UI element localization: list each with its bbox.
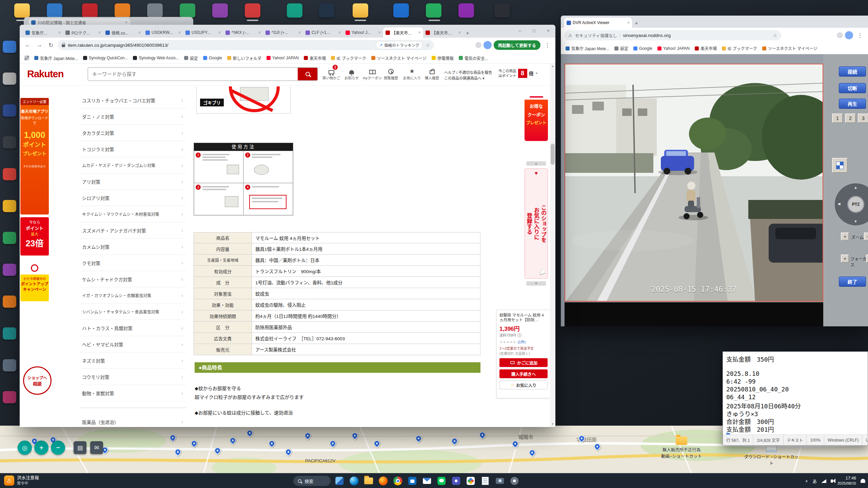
status-zoom[interactable]: 100% bbox=[806, 435, 824, 445]
ptz-left-icon[interactable]: ◀ bbox=[837, 202, 840, 206]
chrome-icon[interactable] bbox=[392, 475, 403, 487]
tab-close-icon[interactable]: × bbox=[458, 30, 461, 35]
shipping-help-icon[interactable]: ? bbox=[517, 333, 521, 337]
review-count-link[interactable]: (1件) bbox=[518, 340, 526, 344]
maximize-button[interactable]: □ bbox=[527, 25, 541, 36]
sidebar-item[interactable]: タカラダニ対策› bbox=[80, 125, 186, 141]
desktop-icon[interactable] bbox=[180, 3, 195, 18]
browser-tab[interactable]: ^DJI (+...× bbox=[263, 27, 303, 38]
price-tracking-chip[interactable]: ↗価格のトラッキング bbox=[376, 41, 423, 49]
menu-kebab-icon[interactable]: ⋮ bbox=[542, 42, 552, 49]
shortcut-unmanned-video[interactable]: 無人販売所不正行為 動画−ショートカット bbox=[654, 436, 709, 459]
zoom-out-button[interactable]: − bbox=[864, 232, 868, 241]
purchase-history-nav[interactable]: 購入履歴 bbox=[421, 67, 442, 80]
bookmark-item[interactable]: Synology QuickCon... bbox=[83, 56, 128, 60]
tab-close-icon[interactable]: × bbox=[627, 20, 630, 25]
clock[interactable]: 17:46 2025/08/15 bbox=[837, 476, 856, 486]
sidebar-item[interactable]: 動物・害獣対策› bbox=[80, 385, 186, 401]
banner-collapse-down[interactable]: ▾ bbox=[526, 281, 546, 286]
sidebar-item[interactable]: コウモリ対策› bbox=[80, 369, 186, 385]
bookmark-item[interactable]: Yahoo! JAPAN bbox=[657, 46, 690, 51]
desktop-icon[interactable] bbox=[287, 3, 302, 18]
bookmark-item[interactable]: 停電情報 bbox=[432, 55, 454, 61]
desktop-icon[interactable] bbox=[3, 327, 16, 340]
store-icon[interactable] bbox=[407, 475, 418, 487]
map-zoom-in-button[interactable]: + bbox=[34, 441, 48, 455]
checkout-button[interactable]: 購入手続きへ bbox=[499, 369, 548, 378]
tab-close-icon[interactable]: × bbox=[378, 30, 381, 35]
focus-out-button[interactable]: − bbox=[866, 255, 868, 263]
url-bar[interactable]: item.rakuten.co.jp/campaign365/490108003… bbox=[58, 40, 434, 50]
favorite-button[interactable]: ☆お気に入り bbox=[499, 381, 548, 389]
desktop-icon[interactable] bbox=[3, 232, 16, 244]
back-icon[interactable]: ← bbox=[23, 42, 33, 48]
history-nav[interactable]: 閲覧履歴 bbox=[380, 67, 401, 80]
ptz-control[interactable]: ▲ ▼ ◀ ▶ PTZ bbox=[835, 183, 868, 225]
tab-close-icon[interactable]: × bbox=[58, 30, 61, 35]
bookmark-item[interactable]: 設定 bbox=[614, 45, 628, 51]
browser-tab[interactable]: PC/テク...× bbox=[63, 27, 103, 38]
map-locate-button[interactable]: ◎ bbox=[18, 441, 32, 455]
desktop-icon[interactable] bbox=[3, 296, 16, 308]
bookmark-item[interactable]: Google bbox=[203, 56, 222, 60]
desktop-icon[interactable] bbox=[47, 3, 62, 18]
shop-favorite-banner[interactable]: ♥ このショップを お気に入りに 登録する bbox=[525, 168, 548, 279]
browser-tab[interactable]: 価格.co...× bbox=[103, 27, 143, 38]
bookmark-item[interactable]: 楽天市場 bbox=[695, 45, 717, 51]
sidebar-item[interactable]: トコジラミ対策› bbox=[80, 141, 186, 157]
tab-close-icon[interactable]: × bbox=[98, 30, 101, 35]
search-input[interactable] bbox=[88, 72, 298, 77]
sidebar-item[interactable]: シバンムシ・チャタテムシ・食品害虫対策› bbox=[80, 304, 186, 320]
tray-chevron-icon[interactable]: ∧ bbox=[805, 479, 808, 483]
menu-kebab-icon[interactable]: ⋮ bbox=[855, 32, 865, 39]
browser-tab[interactable]: ^NKX (-...× bbox=[223, 27, 263, 38]
profile-avatar[interactable] bbox=[845, 31, 853, 39]
channel-3-button[interactable]: 3 bbox=[858, 114, 868, 123]
desktop-icon[interactable] bbox=[3, 168, 16, 180]
tab-close-icon[interactable]: × bbox=[258, 30, 261, 35]
tab-close-icon[interactable]: × bbox=[178, 30, 181, 35]
tab-close-icon[interactable]: × bbox=[418, 30, 421, 35]
browser-tab-active[interactable]: 【楽天市...× bbox=[383, 27, 423, 38]
browser-tab[interactable]: 気象庁...× bbox=[23, 27, 63, 38]
cart-nav[interactable]: 1 買い物かご bbox=[321, 67, 342, 80]
bookmark-item[interactable]: 電気の安全... bbox=[459, 55, 488, 61]
banner-collapse-up[interactable]: ▴ bbox=[526, 161, 546, 166]
sidebar-item-medicine[interactable]: 医薬品（虫退治）› bbox=[80, 414, 186, 427]
map-chat-button[interactable]: ✉ bbox=[90, 441, 103, 454]
bookmark-star-icon[interactable]: ☆ bbox=[773, 33, 777, 38]
promo-app-banner[interactable]: エントリー必要 楽天市場アプリ 新規ダウンロードで 1,000 ポイント プレゼ… bbox=[20, 98, 49, 215]
teams-icon[interactable] bbox=[450, 475, 462, 487]
sidebar-item[interactable]: スズメバチ・アシナガバチ対策› bbox=[80, 222, 186, 239]
editor-text-area[interactable]: 支払金額 350円 2025.8.10 6:42 -99 20250810_06… bbox=[723, 352, 868, 435]
photos-icon[interactable] bbox=[465, 475, 476, 487]
related-items-link[interactable]: この商品の関連商品へ ▾ bbox=[444, 76, 492, 81]
sidebar-item[interactable]: ユスリカ・チョウバエ・コバエ対策› bbox=[80, 92, 186, 108]
search-bar[interactable]: 検索 bbox=[293, 476, 331, 486]
help-report-link[interactable]: ヘルプ / 不適切な商品を報告 bbox=[444, 70, 492, 76]
bookmark-item[interactable]: Yahoo! JAPAN bbox=[267, 56, 299, 60]
camera-view[interactable]: 2025-08-15 17:46:37 bbox=[565, 64, 823, 302]
sidebar-item[interactable]: ムカデ・ヤスデ・ゲジ・ダンゴムシ対策› bbox=[80, 157, 186, 174]
connect-button[interactable]: 接続 bbox=[839, 66, 866, 77]
volume-icon[interactable] bbox=[831, 480, 833, 483]
desktop-icon[interactable] bbox=[3, 264, 16, 276]
sidebar-item[interactable]: カメムシ対策› bbox=[80, 239, 186, 255]
bookmark-item[interactable]: 気象庁 Japan Mete... bbox=[34, 55, 78, 61]
favorites-nav[interactable]: ★ お気に入り bbox=[401, 67, 422, 80]
browser-tab[interactable]: CLF (+1...× bbox=[303, 27, 343, 38]
desktop-icon[interactable] bbox=[147, 3, 163, 18]
line-icon[interactable] bbox=[436, 475, 447, 487]
desktop-icon[interactable] bbox=[115, 3, 130, 18]
coupon-nav[interactable]: myクーポン bbox=[362, 67, 383, 80]
mail-icon[interactable] bbox=[421, 475, 433, 487]
scroll-down-arrow[interactable]: ▼ bbox=[550, 422, 555, 427]
sidebar-item[interactable]: ダニ・ノミ対策› bbox=[80, 108, 186, 125]
promo-campaign-banner[interactable]: ただ今開催中の ポイントアップ キャンペーン bbox=[20, 262, 49, 301]
camera-app-icon[interactable] bbox=[494, 475, 506, 487]
ptz-up-icon[interactable]: ▲ bbox=[854, 185, 857, 189]
bookmark-item[interactable]: IE ブックマーク bbox=[331, 55, 366, 61]
play-button[interactable]: 再生 bbox=[839, 99, 866, 109]
desktop-icon[interactable] bbox=[3, 73, 16, 85]
tab-close-icon[interactable]: × bbox=[298, 30, 301, 35]
